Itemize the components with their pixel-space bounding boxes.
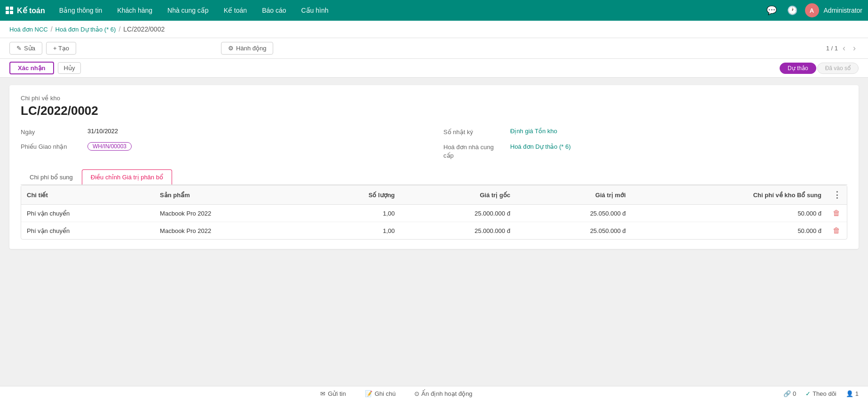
follow-stat[interactable]: ✓ Theo dõi <box>805 390 836 397</box>
breadcrumb-part2[interactable]: Hoá đơn Dự thảo (* 6) <box>55 26 116 33</box>
nav-item-dashboard[interactable]: Bảng thông tin <box>53 4 109 17</box>
tabs: Chi phí bổ sung Điều chỉnh Giá trị phân … <box>21 169 847 185</box>
table-row: Phí vận chuyển Macbook Pro 2022 1,00 25.… <box>21 222 847 240</box>
nav-item-customers[interactable]: Khách hàng <box>110 4 159 17</box>
field-journal: Số nhật ký Định giá Tồn kho <box>443 128 847 136</box>
breadcrumb-sep2: / <box>118 25 120 33</box>
pagination: 1 / 1 ‹ › <box>826 42 859 54</box>
cell-original-1: 25.000.000 đ <box>401 205 516 222</box>
cell-detail-1: Phí vận chuyển <box>21 205 154 222</box>
cell-new-val-2: 25.050.000 đ <box>516 222 631 240</box>
edit-icon: ✎ <box>16 45 22 52</box>
delete-row-2-icon[interactable]: 🗑 <box>833 226 840 234</box>
brand-name: Kế toán <box>17 6 45 15</box>
col-added-cost: Chi phí về kho Bổ sung <box>631 185 827 205</box>
more-options-icon[interactable]: ⋮ <box>833 190 841 200</box>
breadcrumb-current: LC/2022/0002 <box>123 25 165 33</box>
gear-icon: ⚙ <box>228 45 234 52</box>
breadcrumb-sep1: / <box>51 25 53 33</box>
doc-title: LC/2022/0002 <box>21 104 847 118</box>
create-button[interactable]: + Tạo <box>46 42 76 55</box>
document-card: Chi phí về kho LC/2022/0002 Ngày 31/10/2… <box>9 85 859 249</box>
tab-adjust-value[interactable]: Điều chỉnh Giá trị phân bổ <box>82 169 172 184</box>
nav-item-accounting[interactable]: Kế toán <box>217 4 253 17</box>
comment-icon: 🔗 <box>783 390 791 397</box>
cell-product-1: Macbook Pro 2022 <box>154 205 308 222</box>
note-icon: 📝 <box>365 390 372 397</box>
action-button[interactable]: ⚙ Hành động <box>221 42 273 55</box>
footer-center-actions: ✉ Gửi tin 📝 Ghi chú ⊙ Ấn định hoạt động <box>9 390 783 397</box>
topnav-right: 💬 🕐 A Administrator <box>764 3 862 17</box>
pagination-text: 1 / 1 <box>826 45 838 52</box>
status-posted[interactable]: Đã vào sổ <box>817 63 859 74</box>
form-section: Ngày 31/10/2022 Phiếu Giao nhận WH/IN/00… <box>21 128 847 160</box>
delete-row-1-icon[interactable]: 🗑 <box>833 209 840 217</box>
cell-product-2: Macbook Pro 2022 <box>154 222 308 240</box>
receipt-badge[interactable]: WH/IN/00003 <box>87 142 132 151</box>
cell-qty-2: 1,00 <box>308 222 400 240</box>
field-vendor-invoice: Hoá đơn nhà cungcấp Hoá đơn Dự thảo (* 6… <box>443 142 847 160</box>
nav-item-suppliers[interactable]: Nhà cung cấp <box>161 4 215 17</box>
nav-item-config[interactable]: Cấu hình <box>295 4 335 17</box>
cell-qty-1: 1,00 <box>308 205 400 222</box>
note-button[interactable]: 📝 Ghi chú <box>365 390 396 397</box>
form-right: Số nhật ký Định giá Tồn kho Hoá đơn nhà … <box>443 128 847 160</box>
status-bar: Dự thảo Đã vào sổ <box>780 63 859 74</box>
main-content: Chi phí về kho LC/2022/0002 Ngày 31/10/2… <box>0 78 868 386</box>
col-qty: Số lượng <box>308 185 400 205</box>
field-date-label: Ngày <box>21 128 82 136</box>
breadcrumb: Hoá đơn NCC / Hoá đơn Dự thảo (* 6) / LC… <box>0 21 868 38</box>
data-table: Chi tiết Sản phẩm Số lượng Giá trị gốc G… <box>21 185 847 240</box>
comments-stat[interactable]: 🔗 0 <box>783 390 796 397</box>
top-navigation: Kế toán Bảng thông tin Khách hàng Nhà cu… <box>0 0 868 21</box>
cell-added-cost-2: 50.000 đ <box>631 222 827 240</box>
field-vendor-invoice-value[interactable]: Hoá đơn Dự thảo (* 6) <box>510 142 571 150</box>
admin-name[interactable]: Administrator <box>824 7 862 14</box>
confirm-button[interactable]: Xác nhận <box>9 62 54 74</box>
cell-delete-1: 🗑 <box>827 205 847 222</box>
field-date: Ngày 31/10/2022 <box>21 128 425 136</box>
field-receipt-label: Phiếu Giao nhận <box>21 142 82 150</box>
field-vendor-invoice-label: Hoá đơn nhà cungcấp <box>443 142 505 160</box>
cell-detail-2: Phí vận chuyển <box>21 222 154 240</box>
cell-new-val-1: 25.050.000 đ <box>516 205 631 222</box>
cell-delete-2: 🗑 <box>827 222 847 240</box>
col-detail: Chi tiết <box>21 185 154 205</box>
footer: ✉ Gửi tin 📝 Ghi chú ⊙ Ấn định hoạt động … <box>0 386 868 401</box>
cell-added-cost-1: 50.000 đ <box>631 205 827 222</box>
tab-additional-cost[interactable]: Chi phí bổ sung <box>21 169 82 184</box>
send-icon: ✉ <box>320 390 325 397</box>
cancel-button[interactable]: Hủy <box>58 62 81 74</box>
clock-icon[interactable]: 🕐 <box>784 3 800 17</box>
nav-item-reports[interactable]: Báo cáo <box>255 4 292 17</box>
brand-logo[interactable]: Kế toán <box>6 6 45 15</box>
col-product: Sản phẩm <box>154 185 308 205</box>
check-icon: ✓ <box>805 390 811 397</box>
next-button[interactable]: › <box>850 42 859 54</box>
doc-subtitle: Chi phí về kho <box>21 95 847 102</box>
send-message-button[interactable]: ✉ Gửi tin <box>320 390 346 397</box>
edit-button[interactable]: ✎ ✎ Sửa Sửa <box>9 42 42 55</box>
users-stat[interactable]: 👤 1 <box>846 390 859 397</box>
status-draft[interactable]: Dự thảo <box>780 63 816 74</box>
col-more: ⋮ <box>827 185 847 205</box>
field-journal-value[interactable]: Định giá Tồn kho <box>510 128 557 135</box>
field-date-value: 31/10/2022 <box>87 128 118 135</box>
footer-stats: 🔗 0 ✓ Theo dõi 👤 1 <box>783 390 859 397</box>
action-bar: Xác nhận Hủy Dự thảo Đã vào sổ <box>0 59 868 78</box>
field-journal-label: Số nhật ký <box>443 128 505 136</box>
chat-icon[interactable]: 💬 <box>764 3 780 17</box>
field-receipt: Phiếu Giao nhận WH/IN/00003 <box>21 142 425 151</box>
toolbar: ✎ ✎ Sửa Sửa + Tạo ⚙ Hành động 1 / 1 ‹ › <box>0 38 868 59</box>
grid-icon <box>6 7 13 14</box>
cell-original-2: 25.000.000 đ <box>401 222 516 240</box>
avatar[interactable]: A <box>805 3 819 17</box>
prev-button[interactable]: ‹ <box>840 42 848 54</box>
form-left: Ngày 31/10/2022 Phiếu Giao nhận WH/IN/00… <box>21 128 425 160</box>
table-row: Phí vận chuyển Macbook Pro 2022 1,00 25.… <box>21 205 847 222</box>
schedule-button[interactable]: ⊙ Ấn định hoạt động <box>414 390 472 397</box>
footer-content: ✉ Gửi tin 📝 Ghi chú ⊙ Ấn định hoạt động … <box>9 390 859 397</box>
breadcrumb-part1[interactable]: Hoá đơn NCC <box>9 26 48 33</box>
user-icon: 👤 <box>846 390 853 397</box>
col-original: Giá trị gốc <box>401 185 516 205</box>
